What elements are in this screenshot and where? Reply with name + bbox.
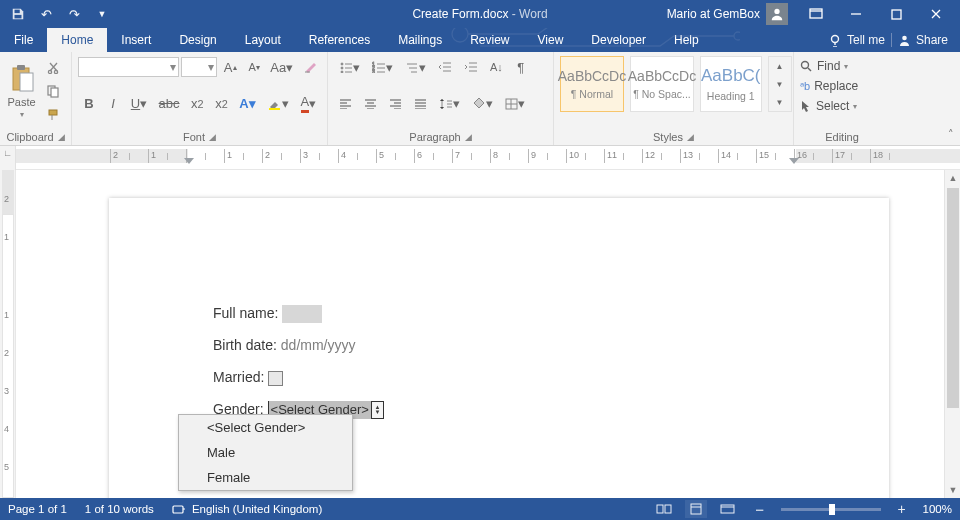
view-read[interactable] (653, 500, 675, 518)
gender-option[interactable]: <Select Gender> (179, 415, 352, 440)
italic-button[interactable]: I (102, 93, 124, 115)
dialog-launcher-icon[interactable]: ◢ (687, 132, 694, 142)
change-case[interactable]: Aa▾ (267, 56, 296, 78)
grow-font[interactable]: A▴ (219, 56, 241, 78)
tab-design[interactable]: Design (165, 28, 230, 52)
decrease-indent[interactable] (433, 56, 457, 78)
gender-option[interactable]: Male (179, 440, 352, 465)
underline-button[interactable]: U▾ (126, 93, 152, 115)
zoom-out[interactable]: − (749, 500, 771, 518)
paragraph-group-label: Paragraph (409, 131, 460, 143)
bullets[interactable]: ▾ (334, 56, 365, 78)
view-print[interactable] (685, 500, 707, 518)
qat-customize[interactable]: ▼ (90, 3, 114, 25)
strike-button[interactable]: abc (154, 93, 184, 115)
scroll-up[interactable]: ▲ (945, 170, 960, 186)
zoom-in[interactable]: + (891, 500, 913, 518)
find-button[interactable]: Find▾ (800, 56, 884, 76)
vertical-scrollbar[interactable]: ▲ ▼ (944, 170, 960, 498)
vertical-ruler[interactable]: 2 1 1 2 3 4 5 (0, 170, 16, 498)
font-color[interactable]: A▾ (296, 93, 321, 115)
status-page[interactable]: Page 1 of 1 (8, 503, 67, 515)
share-button[interactable]: Share (898, 33, 948, 47)
bold-button[interactable]: B (78, 93, 100, 115)
shading[interactable]: ▾ (467, 93, 498, 115)
zoom-slider[interactable] (781, 508, 881, 511)
styles-expand[interactable]: ▼ (769, 93, 791, 111)
dialog-launcher-icon[interactable]: ◢ (465, 132, 472, 142)
gender-option[interactable]: Female (179, 465, 352, 490)
select-button[interactable]: Select▾ (800, 96, 884, 116)
copy-button[interactable] (41, 80, 65, 102)
superscript-button[interactable]: x2 (210, 93, 232, 115)
dialog-launcher-icon[interactable]: ◢ (58, 132, 65, 142)
styles-scroll-down[interactable]: ▼ (769, 75, 791, 93)
maximize-button[interactable] (876, 0, 916, 28)
tab-view[interactable]: View (524, 28, 578, 52)
minimize-button[interactable] (836, 0, 876, 28)
tab-help[interactable]: Help (660, 28, 713, 52)
scroll-thumb[interactable] (947, 188, 959, 408)
tab-developer[interactable]: Developer (577, 28, 660, 52)
styles-scroll-up[interactable]: ▲ (769, 57, 791, 75)
borders[interactable]: ▾ (500, 93, 530, 115)
shrink-font[interactable]: A▾ (243, 56, 265, 78)
view-web[interactable] (717, 500, 739, 518)
align-center[interactable] (359, 93, 382, 115)
fullname-label: Full name: (213, 304, 278, 324)
birthdate-field[interactable]: dd/mm/yyyy (281, 336, 356, 356)
tab-home[interactable]: Home (47, 28, 107, 52)
qat-save[interactable] (6, 3, 30, 25)
tab-review[interactable]: Review (456, 28, 523, 52)
zoom-value[interactable]: 100% (923, 503, 952, 515)
align-left[interactable] (334, 93, 357, 115)
status-language[interactable]: English (United Kingdom) (172, 503, 322, 515)
ribbon-display-options[interactable] (796, 0, 836, 28)
paste-button[interactable]: Paste ▾ (6, 56, 37, 126)
highlight-button[interactable]: ▾ (262, 93, 293, 115)
sort[interactable]: A↓ (485, 56, 508, 78)
font-size-combo[interactable]: ▾ (181, 57, 217, 77)
tab-mailings[interactable]: Mailings (384, 28, 456, 52)
justify[interactable] (409, 93, 432, 115)
svg-text:3: 3 (372, 69, 375, 73)
style-normal[interactable]: AaBbCcDc¶ Normal (560, 56, 624, 112)
svg-rect-32 (721, 505, 734, 513)
account[interactable]: Mario at GemBox (667, 3, 788, 25)
multilevel[interactable]: ▾ (400, 56, 431, 78)
show-marks[interactable]: ¶ (510, 56, 532, 78)
qat-undo[interactable]: ↶ (34, 3, 58, 25)
married-checkbox[interactable] (268, 371, 283, 386)
svg-rect-28 (173, 506, 183, 513)
document-page[interactable]: Full name: Birth date: dd/mm/yyyy Marrie… (109, 198, 889, 498)
tab-layout[interactable]: Layout (231, 28, 295, 52)
style-no-spacing[interactable]: AaBbCcDc¶ No Spac... (630, 56, 694, 112)
tab-selector[interactable]: ∟ (0, 146, 16, 170)
dialog-launcher-icon[interactable]: ◢ (209, 132, 216, 142)
fullname-field[interactable] (282, 305, 322, 323)
svg-rect-5 (15, 15, 22, 19)
text-effects[interactable]: A▾ (235, 93, 261, 115)
qat-redo[interactable]: ↷ (62, 3, 86, 25)
horizontal-ruler[interactable] (16, 146, 960, 170)
replace-button[interactable]: ᵃbReplace (800, 76, 884, 96)
align-right[interactable] (384, 93, 407, 115)
status-words[interactable]: 1 of 10 words (85, 503, 154, 515)
tell-me[interactable]: Tell me (829, 33, 885, 47)
font-name-combo[interactable]: ▾ (78, 57, 179, 77)
clear-formatting[interactable] (298, 56, 321, 78)
married-label: Married: (213, 368, 264, 388)
tab-insert[interactable]: Insert (107, 28, 165, 52)
close-button[interactable] (916, 0, 956, 28)
numbering[interactable]: 123▾ (367, 56, 398, 78)
cut-button[interactable] (41, 56, 65, 78)
scroll-down[interactable]: ▼ (945, 482, 960, 498)
subscript-button[interactable]: x2 (186, 93, 208, 115)
collapse-ribbon[interactable]: ˄ (948, 128, 954, 141)
increase-indent[interactable] (459, 56, 483, 78)
line-spacing[interactable]: ▾ (434, 93, 465, 115)
tab-file[interactable]: File (0, 28, 47, 52)
format-painter-button[interactable] (41, 104, 65, 126)
tab-references[interactable]: References (295, 28, 384, 52)
style-heading1[interactable]: AaBbC(Heading 1 (700, 56, 762, 112)
